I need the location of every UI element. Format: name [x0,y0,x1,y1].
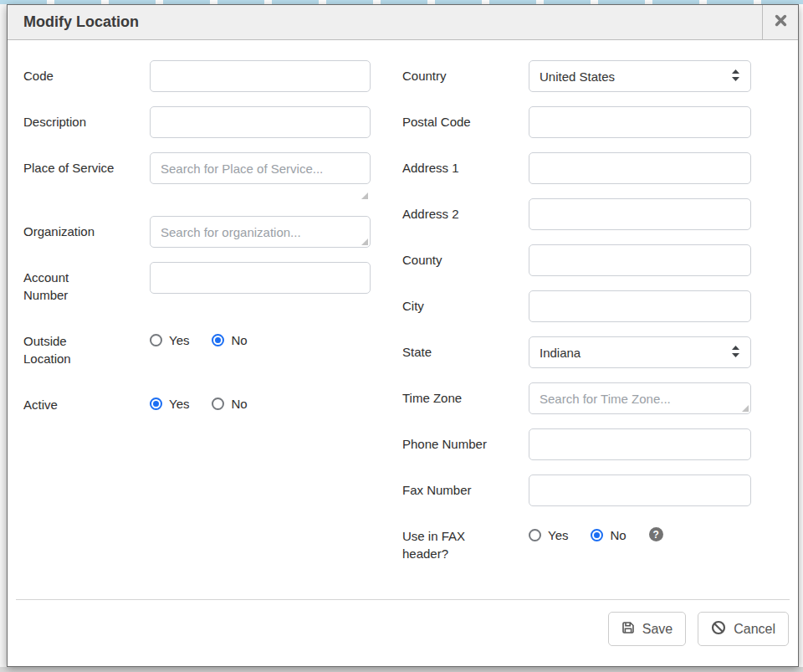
active-yes-radio[interactable]: Yes [150,397,189,411]
organization-search-input[interactable] [150,216,371,248]
field-row-address1: Address 1 [402,152,751,184]
radio-icon [591,529,603,541]
description-input[interactable] [150,106,371,138]
address1-input[interactable] [529,152,751,184]
combobox-corner-icon [361,192,368,199]
save-button-label: Save [642,622,673,637]
field-row-phone-number: Phone Number [402,428,751,460]
field-row-organization: Organization [23,216,371,248]
floppy-disk-icon [621,621,635,638]
fax-number-label: Fax Number [402,475,499,506]
organization-label: Organization [23,216,115,248]
country-label: Country [402,60,499,92]
active-label: Active [23,389,115,413]
outside-location-yes-radio[interactable]: Yes [150,333,189,347]
time-zone-label: Time Zone [402,382,499,414]
fax-header-no-radio[interactable]: No [591,528,626,542]
fax-header-yes-radio[interactable]: Yes [529,528,568,542]
ban-icon [711,620,726,639]
state-select[interactable]: Indiana [529,336,751,368]
radio-icon [529,529,541,541]
radio-label: Yes [169,333,189,347]
background-left-sliver [0,4,7,667]
address2-input[interactable] [529,198,751,230]
code-input[interactable] [150,60,371,92]
phone-number-label: Phone Number [402,428,499,460]
dialog-title: Modify Location [8,5,762,39]
radio-icon [212,398,224,410]
close-button[interactable] [762,5,798,39]
field-row-country: Country United States [402,60,751,92]
footer-buttons: Save Cancel [608,612,789,646]
outside-location-no-radio[interactable]: No [212,333,247,347]
radio-icon [150,398,162,410]
field-row-time-zone: Time Zone [402,382,751,414]
field-row-city: City [402,290,751,322]
city-label: City [402,290,499,322]
country-select-value: United States [540,69,615,84]
field-row-outside-location: Outside Location Yes No [23,326,371,375]
county-label: County [402,244,499,276]
close-icon [775,14,787,30]
dialog-body: Code Description Place of Service Organi… [8,40,798,600]
field-row-state: State Indiana [402,336,751,368]
field-row-description: Description [23,106,371,138]
field-row-code: Code [23,60,371,92]
radio-label: No [231,333,247,347]
radio-label: No [231,397,247,411]
field-row-active: Active Yes No [23,389,371,413]
postal-code-label: Postal Code [402,106,499,138]
updown-arrows-icon [731,345,740,361]
field-row-address2: Address 2 [402,198,751,230]
combobox-corner-icon [742,405,749,412]
field-row-fax-number: Fax Number [402,475,751,506]
radio-label: No [610,528,626,542]
dialog-footer: Save Cancel [16,599,790,666]
radio-label: Yes [548,528,568,542]
cancel-button[interactable]: Cancel [698,612,789,646]
cancel-button-label: Cancel [734,622,775,637]
code-label: Code [23,60,115,92]
field-row-account-number: Account Number [23,262,371,311]
country-select[interactable]: United States [529,60,751,92]
outside-location-label: Outside Location [23,326,115,375]
question-circle-icon[interactable]: ? [649,527,663,541]
place-of-service-search-input[interactable] [150,152,371,184]
time-zone-search-input[interactable] [529,382,751,414]
state-select-value: Indiana [540,346,581,360]
combobox-corner-icon [361,239,368,245]
description-label: Description [23,106,115,138]
account-number-input[interactable] [150,262,371,294]
dialog-header: Modify Location [8,5,798,40]
active-no-radio[interactable]: No [212,397,247,411]
form-column-right: Country United States Postal Code [402,60,751,584]
modify-location-dialog: Modify Location Code Description [7,4,799,667]
form-column-left: Code Description Place of Service Organi… [23,60,371,428]
field-row-use-in-fax-header: Use in FAX header? Yes No ? [402,521,751,570]
postal-code-input[interactable] [529,106,751,138]
save-button[interactable]: Save [608,612,686,646]
field-row-county: County [402,244,751,276]
phone-number-input[interactable] [529,428,751,460]
state-label: State [402,336,499,368]
screen: Modify Location Code Description [0,0,803,672]
use-in-fax-header-label: Use in FAX header? [402,521,499,570]
updown-arrows-icon [731,69,740,85]
account-number-label: Account Number [23,262,115,311]
fax-number-input[interactable] [529,475,751,506]
address2-label: Address 2 [402,198,499,230]
background-bottom-strip [0,667,803,672]
radio-icon [150,334,162,346]
address1-label: Address 1 [402,152,499,184]
county-input[interactable] [529,244,751,276]
field-row-place-of-service: Place of Service [23,152,371,202]
radio-label: Yes [169,397,189,411]
place-of-service-label: Place of Service [23,152,115,202]
city-input[interactable] [529,290,751,322]
radio-icon [212,334,224,346]
field-row-postal-code: Postal Code [402,106,751,138]
